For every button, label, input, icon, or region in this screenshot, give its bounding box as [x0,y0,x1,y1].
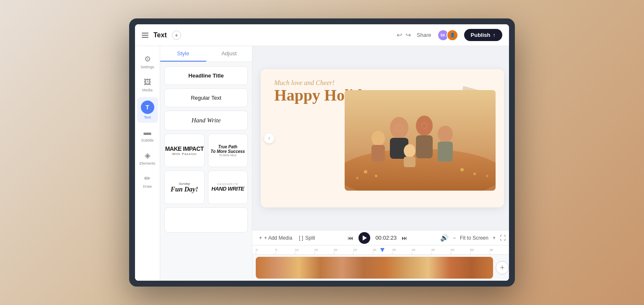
sidebar-item-elements[interactable]: ◈ Elements [137,147,158,169]
template-make-impact-subtitle: With Passion [172,152,197,156]
template-fun-day[interactable]: Sunday Fun Day! [164,171,205,204]
svg-point-15 [375,175,377,177]
panel-content: Headline Title Regular Text Hand Write M… [160,62,252,281]
svg-rect-7 [371,145,385,162]
redo-button[interactable]: ↪ [405,31,411,39]
svg-point-4 [416,116,433,136]
settings-icon: ⚙ [143,54,152,64]
draw-icon: ✏ [143,174,152,183]
add-track-button[interactable]: + [496,261,509,274]
family-photo [345,90,496,191]
undo-redo-group: ↩ ↪ [397,31,411,39]
text-templates-grid: MAKE IMPACT With Passion True Path To Mo… [164,134,248,204]
ruler-mark-35: 35 [392,248,411,254]
handwrite-button[interactable]: Hand Write [164,111,248,130]
ruler-mark-40: 40 [412,248,431,254]
avatar-group: 5K 👤 [437,29,458,41]
sidebar-label-subtitle: Subtitle [141,138,153,142]
bottom-toolbar: + + Add Media [ ] Split ⏮ 00:02:23 ⏭ [252,230,509,245]
template-true-path-subtitle: To More Success [210,149,245,154]
svg-rect-9 [404,157,415,167]
text-panel: Style Adjust Headline Title Regular Text… [160,46,252,281]
playback-controls: ⏮ 00:02:23 ⏭ [348,232,408,244]
canvas-nav-left[interactable]: ‹ [264,133,274,143]
timeline-ruler: 0 5 10 15 [252,246,509,255]
ruler-mark-25: 25 [353,248,372,254]
top-bar-right: ↩ ↪ Share 5K 👤 Publish ↑ [397,29,502,41]
template-true-path[interactable]: True Path To More Success To Mote Mice [208,134,248,167]
ruler-mark-60: 60 [470,248,489,254]
top-bar-left: Text + [142,31,226,40]
fit-screen-label[interactable]: Fit to Screen [460,235,488,241]
play-icon [363,235,367,240]
template-make-impact[interactable]: MAKE IMPACT With Passion [164,134,205,167]
ruler-mark-45: 45 [431,248,450,254]
publish-button[interactable]: Publish ↑ [464,29,502,41]
timeline-track[interactable] [256,257,493,279]
svg-point-14 [364,170,367,173]
menu-icon[interactable] [142,33,148,38]
template-empty[interactable] [164,207,248,233]
canvas-area: Much love and Cheer! Happy Holidays [252,46,509,281]
template-fun-day-main: Fun Day! [171,186,198,193]
page-title: Text [153,31,167,39]
sidebar-label-settings: Settings [140,65,154,69]
sidebar-item-media[interactable]: 🖼 Media [137,74,158,96]
svg-point-2 [390,117,408,139]
tab-adjust[interactable]: Adjust [206,46,252,62]
skip-back-icon[interactable]: ⏮ [348,235,353,241]
plus-icon[interactable]: + [493,235,496,241]
add-media-icon: + [259,235,262,241]
play-button[interactable] [358,232,370,244]
ruler-mark-5: 5 [275,248,294,254]
ruler-mark-10: 10 [295,248,314,254]
svg-point-10 [438,126,453,142]
ruler-mark-20: 20 [334,248,353,254]
undo-button[interactable]: ↩ [397,31,402,39]
elements-icon: ◈ [143,151,152,160]
sidebar-item-settings[interactable]: ⚙ Settings [137,51,158,72]
sidebar-item-draw[interactable]: ✏ Draw [137,171,158,192]
template-make-impact-title: MAKE IMPACT [165,145,204,152]
add-button[interactable]: + [172,31,181,40]
template-handwrite-main: HAND WRITE [211,186,244,192]
template-fun-day-prefix: Sunday [179,182,190,186]
regular-text-button[interactable]: Regular Text [164,88,248,107]
add-media-button[interactable]: + + Add Media [259,235,292,241]
svg-point-8 [404,144,415,158]
canvas-subtitle: Much love and Cheer! [274,79,384,87]
sidebar-item-text[interactable]: T Text [137,97,158,123]
svg-point-17 [473,173,476,175]
media-icon: 🖼 [143,78,152,87]
sidebar: ⚙ Settings 🖼 Media T Text ▬ Subtitle ◈ [135,46,160,281]
timeline-thumb [256,257,493,279]
template-true-path-title: True Path [210,145,245,149]
timeline-area: 0 5 10 15 [252,245,509,281]
template-true-path-sub2: To Mote Mice [210,154,245,157]
minus-icon[interactable]: − [453,235,456,241]
headline-title-button[interactable]: Headline Title [164,66,248,85]
sidebar-label-media: Media [142,88,153,92]
template-handwrite[interactable]: HandWrite HAND WRITE [208,171,248,204]
panel-tabs: Style Adjust [160,46,252,62]
avatar-image: 👤 [447,29,458,41]
ruler-mark-15: 15 [314,248,333,254]
svg-rect-11 [438,142,453,162]
canvas-card[interactable]: Much love and Cheer! Happy Holidays [261,69,504,207]
volume-icon[interactable]: 🔊 [440,234,449,242]
toolbar-right: 🔊 − Fit to Screen + ⛶ [440,234,506,242]
template-handwrite-prefix: HandWrite [211,183,244,186]
timeline-track-area: + [252,255,509,281]
sidebar-item-subtitle[interactable]: ▬ Subtitle [137,124,158,146]
svg-point-19 [486,175,488,177]
svg-rect-5 [416,135,433,158]
time-display: 00:02:23 [375,235,397,241]
tab-style[interactable]: Style [160,46,206,62]
svg-point-16 [460,168,464,171]
ruler-mark-0: 0 [256,248,275,254]
fullscreen-icon[interactable]: ⛶ [500,235,506,241]
split-button[interactable]: [ ] Split [299,235,315,241]
skip-forward-icon[interactable]: ⏭ [402,235,408,241]
svg-point-18 [356,177,358,179]
top-bar: Text + ↩ ↪ Share 5K 👤 Publish ↑ [135,24,509,46]
